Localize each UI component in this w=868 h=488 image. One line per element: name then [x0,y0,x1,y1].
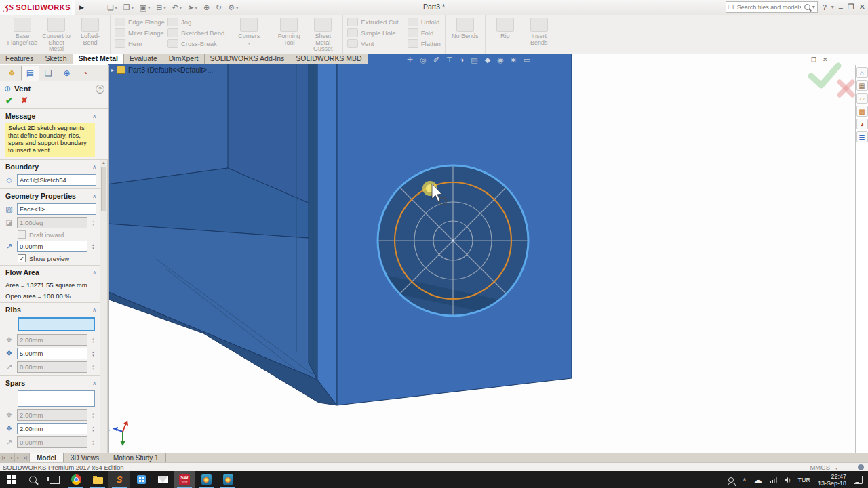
ribbon-button-miter-flange[interactable]: Miter Flange [115,28,165,37]
design-library-icon[interactable]: ▦ [856,80,868,91]
draft-angle-field[interactable]: 1.00deg [17,217,87,228]
displaymanager-tab[interactable]: ◔ [76,66,94,81]
command-tab-solidworks-mbd[interactable]: SOLIDWORKS MBD [290,54,368,64]
graphics-viewport[interactable]: Z ▸ Part3 (Default<<Default>... ✛◎✐⊤◑▤◆◉… [108,54,868,453]
tab-nav-prev-icon[interactable]: ◂ [7,453,15,463]
ok-button[interactable]: ✔ [5,96,13,106]
ribbon-button-sheet-metal-gusset[interactable]: Sheet Metal Gusset [307,18,339,53]
confirm-ok-icon[interactable] [811,66,838,85]
view-settings-icon[interactable]: ▭ [524,56,530,64]
ribbon-button-base-flange-tab[interactable]: Base Flange/Tab [6,18,39,46]
options-icon[interactable]: ⚙▾ [228,3,238,12]
feature-tree-flyout[interactable]: ▸ Part3 (Default<<Default>... [111,66,213,74]
edit-appearance-icon[interactable]: ◑ [460,56,465,64]
featuremanager-tab[interactable]: ❖ [3,66,21,81]
panel-help-icon[interactable]: ? [96,85,104,94]
section-view-icon[interactable]: ✐ [433,56,439,64]
annotations-icon[interactable]: ⊤ [446,56,453,64]
collapse-icon[interactable]: ∧ [92,270,96,276]
radius-spinner[interactable]: ▴▾ [90,243,96,250]
command-tab-solidworks-add-ins[interactable]: SOLIDWORKS Add-Ins [205,54,291,64]
tab-nav-next-icon[interactable]: ▸ [15,453,22,463]
ribbon-button-rip[interactable]: Rip [489,18,521,40]
ribbon-button-insert-bends[interactable]: Insert Bends [523,18,555,46]
scroll-up-icon[interactable]: ▲ [100,160,107,166]
show-preview-checkbox[interactable]: ✓ [18,254,26,262]
command-tab-evaluate[interactable]: Evaluate [124,54,163,64]
save-icon[interactable]: ▣▾ [140,3,150,12]
taskbar-solidworks[interactable]: SW2017 [174,471,195,488]
people-icon[interactable] [728,477,734,483]
close-app-icon[interactable]: ✕ [859,3,865,12]
minimize-app-icon[interactable]: – [839,3,843,12]
rib-offset-spinner[interactable]: ▴▾ [90,364,96,371]
rib-depth-spinner[interactable]: ▴▾ [90,337,96,344]
network-icon[interactable] [770,476,777,483]
new-document-icon[interactable]: ❏▾ [107,3,117,12]
rib-depth-field[interactable]: 2.00mm [17,334,87,346]
command-tab-sheet-metal[interactable]: Sheet Metal [73,54,124,64]
tab-nav-last-icon[interactable]: ▸| [22,453,30,463]
rebuild-icon[interactable]: ↻ [216,3,222,12]
rib-width-field[interactable]: 5.00mm [17,348,87,359]
draft-spinner[interactable]: ▴▾ [90,220,96,226]
taskbar-search-button[interactable] [22,471,43,488]
taskbar-store[interactable] [130,471,152,488]
ribbon-button-no-bends[interactable]: No Bends [449,18,481,40]
print-icon[interactable]: ⊟▾ [156,3,165,12]
dropdown-arrow-icon[interactable]: ▾ [248,41,250,45]
volume-icon[interactable]: ) [785,476,791,483]
scroll-thumb[interactable] [101,167,106,211]
ribs-selection-list[interactable] [18,317,95,331]
ribbon-button-hem[interactable]: Hem [115,39,165,48]
ribbon-button-fold[interactable]: Fold [408,28,441,37]
spar-offset-field[interactable]: 0.00mm [17,436,87,448]
collapse-icon[interactable]: ∧ [92,380,96,386]
ribbon-button-simple-hole[interactable]: Simple Hole [347,28,398,37]
display-style-icon[interactable]: ◉ [497,56,504,64]
tab-nav-first-icon[interactable]: |◂ [0,453,7,463]
ribbon-button-cross-break[interactable]: Cross-Break [167,39,224,48]
language-indicator[interactable]: TUR [797,476,810,483]
vent-center-point[interactable] [452,240,454,242]
dimxpertmanager-tab[interactable]: ⊕ [58,66,76,81]
doc-tab-3d-views[interactable]: 3D Views [64,453,106,463]
appearances-icon[interactable]: ◕ [856,119,868,129]
action-center-icon[interactable] [854,476,863,484]
rib-offset-field[interactable]: 0.00mm [17,361,87,373]
select-icon[interactable]: ➤▾ [188,3,197,12]
open-icon[interactable]: ❒▾ [123,3,134,12]
solidworks-resources-icon[interactable]: ⌂ [856,67,868,78]
help-dropdown-icon[interactable]: ▾ [831,4,834,10]
zoom-area-icon[interactable]: ◎ [420,56,427,64]
spar-width-spinner[interactable]: ▴▾ [90,426,96,432]
minimize-window-icon[interactable]: – [802,56,805,63]
ribbon-button-extruded-cut[interactable]: Extruded Cut [347,18,398,26]
menu-flyout-arrow[interactable]: ▶ [79,4,84,11]
confirmation-corner[interactable] [811,66,852,95]
flow-area-section-header[interactable]: Flow Area ∧ [0,266,100,278]
view-palette-icon[interactable]: ▩ [856,106,868,117]
ribbon-button-flatten[interactable]: Flatten [408,39,441,48]
ribbon-button-corners[interactable]: Corners▾ [233,18,265,45]
tree-expand-icon[interactable]: ▸ [111,67,114,73]
start-button[interactable] [0,471,22,488]
ribbon-button-unfold[interactable]: Unfold [408,18,441,26]
apply-scene-icon[interactable]: ▤ [471,56,477,64]
geometry-section-header[interactable]: Geometry Properties ∧ [0,189,100,201]
propertymanager-tab[interactable]: ▤ [21,66,39,81]
taskbar-file-explorer[interactable] [87,471,108,488]
ribbon-button-sketched-bend[interactable]: Sketched Bend [167,28,224,37]
search-input[interactable] [736,3,802,12]
ribbon-button-vent[interactable]: Vent [347,39,398,48]
configurationmanager-tab[interactable]: ❏ [39,66,58,81]
clock[interactable]: 22:47 13-Sep-18 [818,473,846,487]
fillet-radius-field[interactable]: 0.00mm [17,241,87,252]
model-canvas[interactable]: Z [108,54,868,453]
tab-nav-buttons[interactable]: |◂◂▸▸| [0,453,30,463]
message-section-header[interactable]: Message ∧ [0,109,100,121]
draft-inward-row[interactable]: Draft inward [18,230,96,239]
rib-width-spinner[interactable]: ▴▾ [90,350,96,357]
task-view-button[interactable] [43,471,65,488]
taskbar-code-editor[interactable]: S [108,471,130,488]
